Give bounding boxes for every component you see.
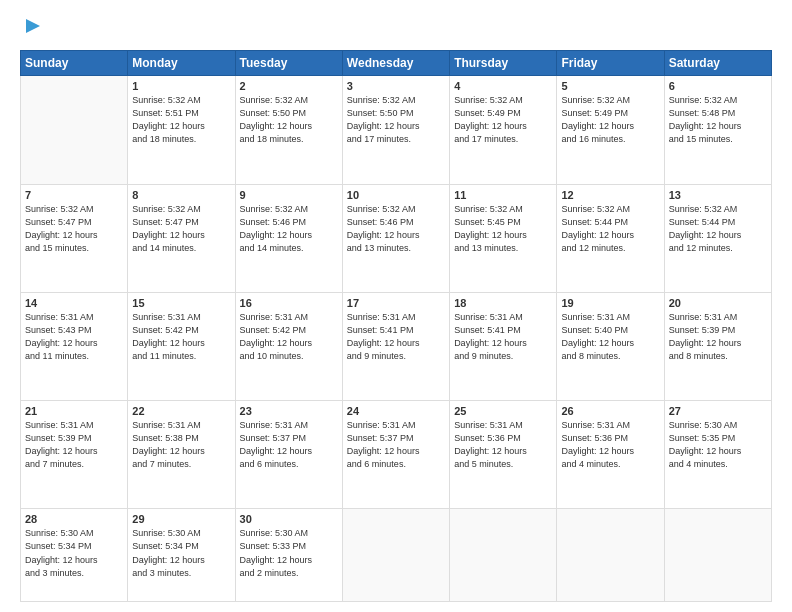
day-number: 8 [132,189,230,201]
calendar-cell [557,509,664,602]
day-info: Sunrise: 5:32 AM Sunset: 5:44 PM Dayligh… [669,203,767,255]
calendar-cell: 23Sunrise: 5:31 AM Sunset: 5:37 PM Dayli… [235,401,342,509]
day-number: 16 [240,297,338,309]
header [20,16,772,40]
day-number: 10 [347,189,445,201]
day-info: Sunrise: 5:30 AM Sunset: 5:33 PM Dayligh… [240,527,338,579]
day-number: 12 [561,189,659,201]
day-number: 1 [132,80,230,92]
calendar-cell: 13Sunrise: 5:32 AM Sunset: 5:44 PM Dayli… [664,184,771,292]
calendar-table: SundayMondayTuesdayWednesdayThursdayFrid… [20,50,772,602]
calendar-cell: 28Sunrise: 5:30 AM Sunset: 5:34 PM Dayli… [21,509,128,602]
day-number: 5 [561,80,659,92]
calendar-cell [664,509,771,602]
calendar-week-row: 1Sunrise: 5:32 AM Sunset: 5:51 PM Daylig… [21,76,772,184]
calendar-header-monday: Monday [128,51,235,76]
day-info: Sunrise: 5:31 AM Sunset: 5:36 PM Dayligh… [561,419,659,471]
calendar-cell: 15Sunrise: 5:31 AM Sunset: 5:42 PM Dayli… [128,292,235,400]
day-number: 13 [669,189,767,201]
calendar-cell: 24Sunrise: 5:31 AM Sunset: 5:37 PM Dayli… [342,401,449,509]
day-number: 28 [25,513,123,525]
calendar-cell: 18Sunrise: 5:31 AM Sunset: 5:41 PM Dayli… [450,292,557,400]
day-number: 29 [132,513,230,525]
day-info: Sunrise: 5:31 AM Sunset: 5:41 PM Dayligh… [347,311,445,363]
day-number: 6 [669,80,767,92]
day-number: 3 [347,80,445,92]
calendar-cell: 21Sunrise: 5:31 AM Sunset: 5:39 PM Dayli… [21,401,128,509]
calendar-header-wednesday: Wednesday [342,51,449,76]
calendar-cell [342,509,449,602]
logo [20,16,44,40]
calendar-cell: 12Sunrise: 5:32 AM Sunset: 5:44 PM Dayli… [557,184,664,292]
day-info: Sunrise: 5:31 AM Sunset: 5:39 PM Dayligh… [25,419,123,471]
day-number: 24 [347,405,445,417]
calendar-cell: 8Sunrise: 5:32 AM Sunset: 5:47 PM Daylig… [128,184,235,292]
calendar-cell: 29Sunrise: 5:30 AM Sunset: 5:34 PM Dayli… [128,509,235,602]
calendar-cell: 4Sunrise: 5:32 AM Sunset: 5:49 PM Daylig… [450,76,557,184]
day-info: Sunrise: 5:32 AM Sunset: 5:50 PM Dayligh… [240,94,338,146]
day-info: Sunrise: 5:30 AM Sunset: 5:35 PM Dayligh… [669,419,767,471]
calendar-cell: 27Sunrise: 5:30 AM Sunset: 5:35 PM Dayli… [664,401,771,509]
day-info: Sunrise: 5:32 AM Sunset: 5:44 PM Dayligh… [561,203,659,255]
calendar-week-row: 7Sunrise: 5:32 AM Sunset: 5:47 PM Daylig… [21,184,772,292]
calendar-header-thursday: Thursday [450,51,557,76]
calendar-header-saturday: Saturday [664,51,771,76]
day-number: 20 [669,297,767,309]
day-number: 14 [25,297,123,309]
day-number: 18 [454,297,552,309]
day-number: 23 [240,405,338,417]
day-info: Sunrise: 5:31 AM Sunset: 5:41 PM Dayligh… [454,311,552,363]
day-number: 9 [240,189,338,201]
day-number: 21 [25,405,123,417]
svg-marker-0 [26,19,40,33]
day-number: 11 [454,189,552,201]
calendar-cell: 22Sunrise: 5:31 AM Sunset: 5:38 PM Dayli… [128,401,235,509]
day-info: Sunrise: 5:32 AM Sunset: 5:48 PM Dayligh… [669,94,767,146]
calendar-cell: 7Sunrise: 5:32 AM Sunset: 5:47 PM Daylig… [21,184,128,292]
calendar-cell [450,509,557,602]
day-info: Sunrise: 5:31 AM Sunset: 5:42 PM Dayligh… [132,311,230,363]
calendar-cell [21,76,128,184]
calendar-cell: 3Sunrise: 5:32 AM Sunset: 5:50 PM Daylig… [342,76,449,184]
calendar-cell: 2Sunrise: 5:32 AM Sunset: 5:50 PM Daylig… [235,76,342,184]
day-info: Sunrise: 5:31 AM Sunset: 5:36 PM Dayligh… [454,419,552,471]
calendar-cell: 5Sunrise: 5:32 AM Sunset: 5:49 PM Daylig… [557,76,664,184]
calendar-cell: 17Sunrise: 5:31 AM Sunset: 5:41 PM Dayli… [342,292,449,400]
day-info: Sunrise: 5:32 AM Sunset: 5:47 PM Dayligh… [132,203,230,255]
day-info: Sunrise: 5:30 AM Sunset: 5:34 PM Dayligh… [25,527,123,579]
calendar-cell: 6Sunrise: 5:32 AM Sunset: 5:48 PM Daylig… [664,76,771,184]
day-number: 17 [347,297,445,309]
day-info: Sunrise: 5:31 AM Sunset: 5:42 PM Dayligh… [240,311,338,363]
day-info: Sunrise: 5:31 AM Sunset: 5:37 PM Dayligh… [240,419,338,471]
day-info: Sunrise: 5:32 AM Sunset: 5:50 PM Dayligh… [347,94,445,146]
calendar-week-row: 14Sunrise: 5:31 AM Sunset: 5:43 PM Dayli… [21,292,772,400]
day-info: Sunrise: 5:31 AM Sunset: 5:38 PM Dayligh… [132,419,230,471]
day-number: 22 [132,405,230,417]
calendar-cell: 16Sunrise: 5:31 AM Sunset: 5:42 PM Dayli… [235,292,342,400]
calendar-cell: 14Sunrise: 5:31 AM Sunset: 5:43 PM Dayli… [21,292,128,400]
day-number: 7 [25,189,123,201]
day-info: Sunrise: 5:31 AM Sunset: 5:40 PM Dayligh… [561,311,659,363]
day-info: Sunrise: 5:32 AM Sunset: 5:49 PM Dayligh… [561,94,659,146]
day-number: 27 [669,405,767,417]
calendar-cell: 25Sunrise: 5:31 AM Sunset: 5:36 PM Dayli… [450,401,557,509]
day-info: Sunrise: 5:32 AM Sunset: 5:45 PM Dayligh… [454,203,552,255]
calendar-header-sunday: Sunday [21,51,128,76]
day-number: 15 [132,297,230,309]
day-info: Sunrise: 5:31 AM Sunset: 5:43 PM Dayligh… [25,311,123,363]
calendar-cell: 30Sunrise: 5:30 AM Sunset: 5:33 PM Dayli… [235,509,342,602]
day-number: 4 [454,80,552,92]
calendar-cell: 26Sunrise: 5:31 AM Sunset: 5:36 PM Dayli… [557,401,664,509]
calendar-cell: 20Sunrise: 5:31 AM Sunset: 5:39 PM Dayli… [664,292,771,400]
day-number: 2 [240,80,338,92]
calendar-header-friday: Friday [557,51,664,76]
page: SundayMondayTuesdayWednesdayThursdayFrid… [0,0,792,612]
day-info: Sunrise: 5:32 AM Sunset: 5:51 PM Dayligh… [132,94,230,146]
day-info: Sunrise: 5:32 AM Sunset: 5:46 PM Dayligh… [240,203,338,255]
calendar-cell: 19Sunrise: 5:31 AM Sunset: 5:40 PM Dayli… [557,292,664,400]
calendar-week-row: 21Sunrise: 5:31 AM Sunset: 5:39 PM Dayli… [21,401,772,509]
calendar-header-row: SundayMondayTuesdayWednesdayThursdayFrid… [21,51,772,76]
day-info: Sunrise: 5:32 AM Sunset: 5:49 PM Dayligh… [454,94,552,146]
calendar-cell: 1Sunrise: 5:32 AM Sunset: 5:51 PM Daylig… [128,76,235,184]
day-info: Sunrise: 5:31 AM Sunset: 5:39 PM Dayligh… [669,311,767,363]
